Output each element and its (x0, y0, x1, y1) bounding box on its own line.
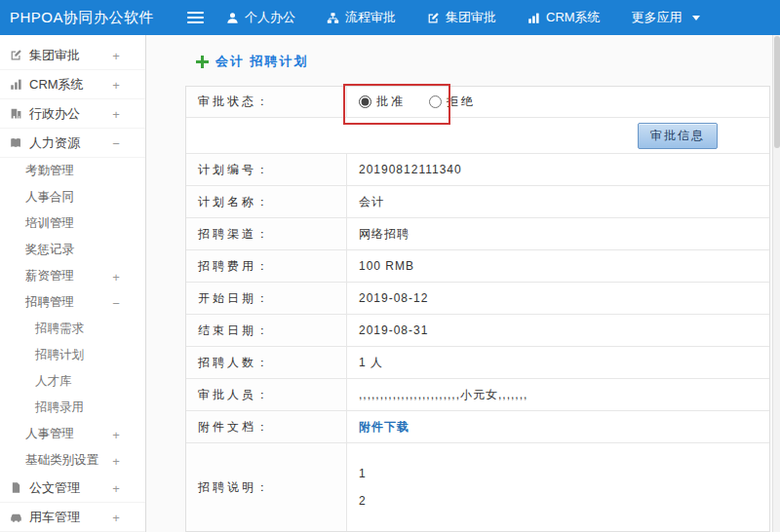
expander-icon[interactable]: + (110, 269, 122, 284)
sidebar-item-attendance[interactable]: 考勤管理 (0, 158, 145, 184)
topnav-more-apps[interactable]: 更多应用 (632, 9, 700, 26)
topnav-crm-system[interactable]: CRM系统 (527, 9, 601, 26)
expander-icon[interactable]: + (110, 48, 122, 62)
expander-icon[interactable]: + (110, 77, 122, 92)
field-row-recruit-channel: 招聘渠道： 网络招聘 (186, 218, 769, 250)
field-value: 2019-08-12 (347, 283, 769, 314)
sidebar-item-recruit-plan[interactable]: 招聘计划 (0, 342, 145, 368)
field-label: 计划编号： (186, 154, 347, 185)
sidebar-item-rewards[interactable]: 奖惩记录 (0, 237, 145, 263)
sidebar: 集团审批 + CRM系统 + 行政办公 + 人力资源 − 考勤管理 人事合同 培… (0, 35, 146, 532)
sidebar-item-group-approval[interactable]: 集团审批 + (0, 41, 145, 70)
topnav-process-approval[interactable]: 流程审批 (327, 9, 396, 26)
field-label: 招聘说明： (186, 443, 347, 531)
field-value: 20190812111340 (347, 154, 769, 185)
edit-square-icon (427, 12, 440, 24)
app-logo: PHPOA协同办公软件 (0, 9, 187, 27)
bar-chart-icon (10, 78, 22, 91)
main-content: 会计 招聘计划 审批状态： 批准 拒绝 审批信息 (147, 35, 772, 532)
topnav-group-approval[interactable]: 集团审批 (427, 9, 496, 26)
scrollbar-thumb[interactable] (774, 36, 780, 148)
sidebar-item-vehicle-mgmt[interactable]: 用车管理 + (0, 503, 145, 532)
expander-icon[interactable]: + (110, 427, 122, 441)
field-row-plan-number: 计划编号： 20190812111340 (186, 154, 769, 186)
collapse-icon[interactable]: − (110, 295, 122, 310)
flow-icon (327, 12, 339, 24)
car-icon (10, 511, 22, 523)
field-label: 结束日期： (186, 315, 347, 346)
edit-square-icon (10, 49, 22, 61)
sidebar-item-document-mgmt[interactable]: 公文管理 + (0, 474, 145, 503)
field-value: 2019-08-31 (347, 315, 769, 346)
button-row: 审批信息 (186, 118, 769, 154)
sidebar-item-hr-contract[interactable]: 人事合同 (0, 184, 145, 210)
sidebar-item-crm-system[interactable]: CRM系统 + (0, 70, 145, 99)
radio-reject-input[interactable] (429, 95, 442, 108)
sidebar-item-training[interactable]: 培训管理 (0, 210, 145, 237)
field-row-recruit-cost: 招聘费用： 100 RMB (186, 250, 769, 283)
sidebar-item-human-resources[interactable]: 人力资源 − (0, 129, 145, 158)
sidebar-item-recruit-mgmt[interactable]: 招聘管理 − (0, 289, 145, 316)
field-label: 招聘人数： (186, 347, 347, 378)
page-title: 会计 招聘计划 (196, 53, 309, 70)
expander-icon[interactable]: + (110, 106, 122, 121)
book-icon (10, 136, 22, 149)
field-row-start-date: 开始日期： 2019-08-12 (186, 283, 769, 315)
field-label: 计划名称： (186, 186, 347, 217)
field-row-description: 招聘说明： 1 2 (186, 443, 769, 531)
attachment-download-link[interactable]: 附件下载 (359, 419, 410, 436)
topnav-personal-office[interactable]: 个人办公 (226, 9, 295, 26)
recruit-plan-detail-table: 审批状态： 批准 拒绝 审批信息 计划编号： 20190812111 (185, 86, 770, 532)
field-label: 开始日期： (186, 283, 347, 314)
approval-radio-group: 批准 拒绝 (347, 87, 769, 117)
expander-icon[interactable]: + (110, 510, 122, 524)
radio-reject[interactable]: 拒绝 (429, 94, 476, 110)
field-label: 审批状态： (186, 87, 347, 117)
chevron-down-icon (692, 16, 700, 20)
person-icon (226, 12, 239, 24)
document-icon (10, 481, 22, 494)
add-icon (196, 56, 209, 68)
field-value: 网络招聘 (347, 218, 769, 249)
expander-icon[interactable]: + (110, 480, 122, 495)
field-row-plan-name: 计划名称： 会计 (186, 186, 769, 218)
sidebar-item-salary[interactable]: 薪资管理 + (0, 263, 145, 289)
approval-info-button[interactable]: 审批信息 (638, 123, 718, 149)
sidebar-item-admin-office[interactable]: 行政办公 + (0, 99, 145, 129)
field-value: 会计 (347, 186, 769, 217)
sidebar-item-talent-pool[interactable]: 人才库 (0, 368, 145, 395)
collapse-icon[interactable]: − (110, 135, 122, 150)
field-label: 附件文档： (186, 411, 347, 442)
field-row-approval-status: 审批状态： 批准 拒绝 (186, 87, 769, 118)
field-value: 100 RMB (347, 250, 769, 282)
sidebar-item-recruit-hire[interactable]: 招聘录用 (0, 395, 145, 421)
expander-icon[interactable]: + (110, 453, 122, 468)
field-row-end-date: 结束日期： 2019-08-31 (186, 315, 769, 347)
radio-approve-input[interactable] (359, 95, 371, 108)
field-value: ,,,,,,,,,,,,,,,,,,,,,,,,小元女,,,,,,, (347, 379, 769, 410)
sidebar-item-personnel-mgmt[interactable]: 人事管理 + (0, 421, 145, 447)
building-icon (10, 107, 22, 120)
vertical-scrollbar[interactable] (772, 35, 780, 532)
hamburger-menu-icon[interactable] (187, 9, 213, 26)
field-label: 招聘费用： (186, 250, 347, 282)
field-label: 审批人员： (186, 379, 347, 410)
sidebar-item-base-category[interactable]: 基础类别设置 + (0, 447, 145, 474)
field-row-approvers: 审批人员： ,,,,,,,,,,,,,,,,,,,,,,,,小元女,,,,,,, (186, 379, 769, 411)
radio-approve[interactable]: 批准 (359, 94, 406, 110)
field-value: 1 2 (347, 443, 769, 531)
field-row-headcount: 招聘人数： 1 人 (186, 347, 769, 379)
bar-chart-icon (527, 12, 540, 24)
sidebar-item-recruit-demand[interactable]: 招聘需求 (0, 316, 145, 342)
field-row-attachment: 附件文档： 附件下载 (186, 411, 769, 443)
field-value: 1 人 (347, 347, 769, 378)
topbar: PHPOA协同办公软件 个人办公 流程审批 集团审批 (0, 0, 780, 35)
top-navigation: 个人办公 流程审批 集团审批 CRM系统 更多应用 (226, 9, 700, 26)
app-window: PHPOA协同办公软件 个人办公 流程审批 集团审批 (0, 0, 780, 532)
field-label: 招聘渠道： (186, 218, 347, 249)
